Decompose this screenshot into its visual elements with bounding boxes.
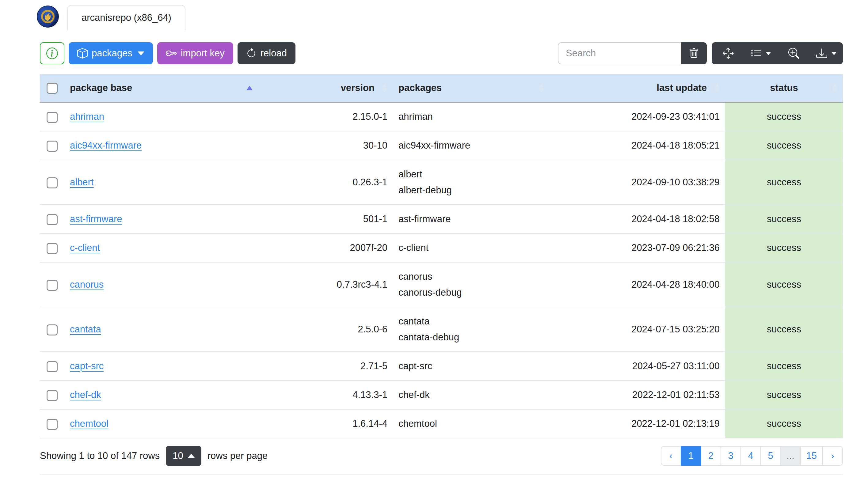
package-base-cell: ahriman — [64, 102, 258, 131]
packages-cell: chemtool — [393, 409, 550, 438]
package-base-link[interactable]: capt-src — [70, 361, 103, 371]
last-update-cell: 2024-07-15 03:25:20 — [550, 307, 725, 352]
package-base-link[interactable]: aic94xx-firmware — [70, 140, 142, 151]
package-base-link[interactable]: canorus — [70, 279, 103, 290]
table-row: capt-src 2.71-5 capt-src 2024-05-27 03:1… — [40, 352, 843, 381]
version-cell: 2.5.0-6 — [258, 307, 393, 352]
version-cell: 2.71-5 — [258, 352, 393, 381]
export-dropdown-button[interactable] — [810, 42, 843, 64]
package-base-cell: chemtool — [64, 409, 258, 438]
page-list: ‹12345...15› — [661, 446, 843, 466]
select-all-checkbox[interactable] — [46, 83, 58, 94]
service-info-button[interactable] — [40, 42, 64, 64]
packages-dropdown-button[interactable]: packages — [69, 42, 153, 64]
row-checkbox[interactable] — [46, 178, 58, 188]
last-update-cell: 2023-07-09 06:21:36 — [550, 233, 725, 262]
page-ellipsis-button[interactable]: ... — [780, 446, 801, 466]
column-label: last update — [656, 83, 707, 93]
packages-cell: ast-firmware — [393, 205, 550, 233]
status-label: success — [767, 418, 801, 429]
select-all-header[interactable] — [40, 74, 64, 102]
version-cell: 2.15.0-1 — [258, 102, 393, 131]
page-button-15[interactable]: 15 — [800, 446, 823, 466]
columns-dropdown-button[interactable] — [744, 42, 777, 64]
version-cell: 1.6.14-4 — [258, 409, 393, 438]
last-update-cell: 2024-09-23 03:41:01 — [550, 102, 725, 131]
package-base-cell: cantata — [64, 307, 258, 352]
row-checkbox[interactable] — [46, 390, 58, 401]
column-header-last-update[interactable]: last update — [550, 74, 725, 102]
page-button-1[interactable]: 1 — [681, 446, 701, 466]
list-columns-icon — [751, 48, 762, 59]
row-checkbox[interactable] — [46, 140, 58, 152]
toolbar: packages import key reload — [40, 42, 843, 64]
row-select-cell — [40, 160, 64, 205]
import-key-button-label: import key — [181, 48, 225, 59]
page-size-dropdown-button[interactable]: 10 — [166, 446, 201, 466]
row-checkbox[interactable] — [46, 361, 58, 372]
status-label: success — [767, 389, 801, 400]
status-cell: success — [725, 307, 843, 352]
fullscreen-button[interactable] — [712, 42, 744, 64]
ahriman-dragon-logo — [36, 5, 59, 28]
package-base-link[interactable]: chemtool — [70, 418, 108, 429]
last-update-cell: 2022-12-01 02:11:53 — [550, 381, 725, 409]
table-row: aic94xx-firmware 30-10 aic94xx-firmware … — [40, 131, 843, 160]
status-cell: success — [725, 381, 843, 409]
table-row: cantata 2.5.0-6 cantatacantata-debug 202… — [40, 307, 843, 352]
last-update-cell: 2022-12-01 02:13:19 — [550, 409, 725, 438]
page-button-2[interactable]: 2 — [701, 446, 721, 466]
packages-cell: cantatacantata-debug — [393, 307, 550, 352]
packages-button-label: packages — [92, 48, 132, 59]
packages-cell: albertalbert-debug — [393, 160, 550, 205]
package-base-link[interactable]: albert — [70, 177, 94, 188]
chevron-down-icon — [137, 52, 144, 56]
chevron-down-icon — [831, 52, 837, 55]
page-button-4[interactable]: 4 — [741, 446, 761, 466]
reload-button[interactable]: reload — [238, 42, 296, 64]
next-page-button[interactable]: › — [822, 446, 843, 466]
version-cell: 0.7.3rc3-4.1 — [258, 262, 393, 307]
search-input[interactable] — [558, 42, 681, 64]
column-label: status — [770, 83, 798, 93]
version-cell: 2007f-20 — [258, 233, 393, 262]
key-icon — [166, 48, 177, 59]
prev-page-button[interactable]: ‹ — [661, 446, 681, 466]
status-label: success — [767, 279, 801, 290]
table-row: albert 0.26.3-1 albertalbert-debug 2024-… — [40, 160, 843, 205]
row-checkbox[interactable] — [46, 112, 58, 123]
row-checkbox[interactable] — [46, 214, 58, 225]
last-update-cell: 2024-05-27 03:11:00 — [550, 352, 725, 381]
packages-cell: c-client — [393, 233, 550, 262]
info-circle-icon — [46, 47, 58, 59]
package-base-link[interactable]: c-client — [70, 242, 100, 253]
repo-tab[interactable]: arcanisrepo (x86_64) — [67, 5, 185, 31]
page-button-5[interactable]: 5 — [761, 446, 781, 466]
footer: ahriman 2.15.0 releases report a bug api… — [40, 475, 843, 481]
status-label: success — [767, 214, 801, 224]
zoom-in-button[interactable] — [777, 42, 810, 64]
row-checkbox[interactable] — [46, 243, 58, 254]
package-base-link[interactable]: cantata — [70, 324, 101, 334]
packages-cell: ahriman — [393, 102, 550, 131]
package-base-link[interactable]: ast-firmware — [70, 214, 122, 224]
reload-button-label: reload — [260, 48, 287, 59]
column-header-status[interactable]: status — [725, 74, 843, 102]
column-header-version[interactable]: version — [258, 74, 393, 102]
row-checkbox[interactable] — [46, 324, 58, 335]
page-button-3[interactable]: 3 — [720, 446, 741, 466]
clear-search-button[interactable] — [681, 42, 707, 64]
import-key-button[interactable]: import key — [157, 42, 233, 64]
packages-table: package base version packages last updat… — [40, 74, 843, 439]
version-cell: 0.26.3-1 — [258, 160, 393, 205]
row-checkbox[interactable] — [46, 280, 58, 291]
row-checkbox[interactable] — [46, 419, 58, 430]
package-base-cell: capt-src — [64, 352, 258, 381]
package-base-link[interactable]: ahriman — [70, 111, 104, 122]
package-base-link[interactable]: chef-dk — [70, 389, 101, 400]
column-header-package-base[interactable]: package base — [64, 74, 258, 102]
last-update-cell: 2024-04-28 18:40:00 — [550, 262, 725, 307]
package-base-cell: ast-firmware — [64, 205, 258, 233]
column-header-packages[interactable]: packages — [393, 74, 550, 102]
box-icon — [77, 48, 88, 59]
